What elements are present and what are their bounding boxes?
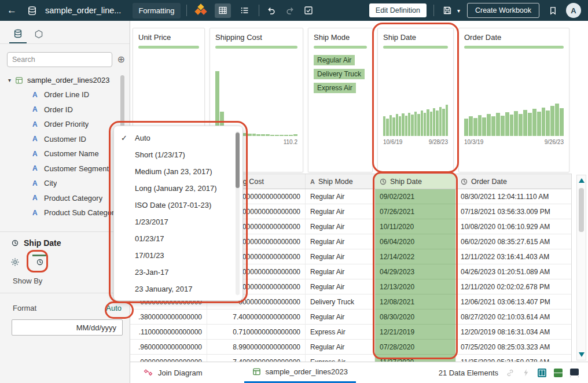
cell[interactable]: 12/14/2022 bbox=[375, 249, 456, 264]
scroll-down-icon[interactable] bbox=[579, 352, 585, 357]
tab-data-elements[interactable] bbox=[9, 25, 27, 43]
layout-footer-icon[interactable] bbox=[570, 369, 579, 377]
menu-item-iso-date-2017-01-23-[interactable]: ISO Date (2017-01-23) bbox=[114, 197, 242, 213]
cell[interactable]: Delivery Truck bbox=[306, 294, 375, 310]
add-element-icon[interactable]: ⊕ bbox=[117, 55, 125, 64]
scroll-up-icon[interactable] bbox=[579, 178, 585, 183]
cell[interactable]: 12/06/2021 03:06:13.407 PM bbox=[456, 294, 572, 310]
field-item-order-priority[interactable]: AOrder Priority bbox=[0, 117, 130, 132]
vertical-scrollbar[interactable] bbox=[576, 175, 586, 360]
menu-item-auto[interactable]: ✓Auto bbox=[114, 130, 242, 146]
cell[interactable]: .9600000000000000 bbox=[130, 340, 207, 355]
cell[interactable]: Express Air bbox=[306, 355, 375, 362]
dataset-tab[interactable]: sample_order_lines2023 bbox=[244, 362, 356, 383]
cell[interactable]: 12/13/2020 bbox=[375, 279, 456, 294]
column-card-ship-mode[interactable]: Ship ModeRegular AirDelivery TruckExpres… bbox=[308, 28, 373, 172]
cell[interactable]: 09/02/2021 bbox=[375, 189, 456, 204]
cell[interactable]: .1100000000000000 bbox=[130, 325, 207, 340]
join-diagram-button[interactable]: Join Diagram bbox=[137, 362, 208, 383]
column-card-ship-date[interactable]: Ship Date10/6/199/28/23 bbox=[377, 28, 454, 172]
field-item-product-sub-categor[interactable]: AProduct Sub Categor bbox=[0, 205, 130, 220]
field-item-order-line-id[interactable]: AOrder Line ID bbox=[0, 87, 130, 102]
cell[interactable]: .3800000000000000 bbox=[130, 310, 207, 325]
save-icon[interactable] bbox=[441, 4, 454, 17]
cell[interactable]: 12/11/2020 02:02:02.678 PM bbox=[456, 279, 572, 294]
create-workbook-button[interactable]: Create Workbook bbox=[467, 3, 539, 18]
dataset-tree-root[interactable]: ▾ sample_order_lines2023 bbox=[0, 71, 130, 87]
grid-view-icon[interactable] bbox=[215, 3, 231, 18]
field-item-product-category[interactable]: AProduct Category bbox=[0, 191, 130, 206]
date-format-tab[interactable] bbox=[32, 255, 47, 266]
menu-item-01-23-17[interactable]: 01/23/17 bbox=[114, 230, 242, 247]
field-item-customer-id[interactable]: ACustomer ID bbox=[0, 132, 130, 147]
gear-icon[interactable] bbox=[10, 255, 20, 267]
cell[interactable]: 07/28/2020 bbox=[375, 340, 456, 355]
cell[interactable]: 06/02/2020 08:35:27.615 AM bbox=[456, 234, 572, 249]
cell[interactable]: Regular Air bbox=[306, 340, 375, 355]
field-item-order-id[interactable]: AOrder ID bbox=[0, 102, 130, 117]
cell[interactable]: Regular Air bbox=[306, 204, 375, 219]
cell[interactable]: Regular Air bbox=[306, 234, 375, 249]
cell[interactable]: 11/27/2020 bbox=[375, 355, 456, 362]
field-item-city[interactable]: ACity bbox=[0, 176, 130, 191]
column-header-ship-mode[interactable]: AShip Mode bbox=[306, 174, 375, 189]
cell[interactable]: 7.4000000000000000 bbox=[207, 310, 306, 325]
cell[interactable]: 04/26/2023 01:20:51.089 AM bbox=[456, 264, 572, 279]
menu-item-medium-jan-23-2017-[interactable]: Medium (Jan 23, 2017) bbox=[114, 163, 242, 180]
save-dropdown-caret-icon[interactable]: ▾ bbox=[457, 8, 460, 14]
column-header-order-date[interactable]: Order Date bbox=[456, 174, 572, 189]
cell[interactable]: 07/25/2020 08:25:03.323 AM bbox=[456, 340, 572, 355]
cell[interactable]: 07/26/2021 bbox=[375, 204, 456, 219]
formatting-menu[interactable]: Formatting bbox=[133, 3, 180, 19]
undo-icon[interactable] bbox=[265, 4, 278, 17]
cell[interactable]: 0.7100000000000000 bbox=[207, 325, 306, 340]
diagram-view-icon[interactable] bbox=[193, 3, 209, 18]
avatar[interactable]: A bbox=[566, 3, 581, 18]
scrollbar-thumb[interactable] bbox=[579, 188, 584, 232]
cell[interactable]: 07/18/2021 03:56:33.009 PM bbox=[456, 204, 572, 219]
menu-item-23-january-2017[interactable]: 23 January, 2017 bbox=[114, 281, 242, 297]
column-header-ship-date[interactable]: Ship Date bbox=[375, 174, 456, 189]
redo-icon[interactable] bbox=[284, 4, 296, 17]
cell[interactable]: 10/11/2020 bbox=[375, 219, 456, 234]
search-input[interactable] bbox=[7, 52, 112, 67]
cell[interactable]: 12/21/2019 bbox=[375, 325, 456, 340]
format-auto-link[interactable]: Auto bbox=[106, 304, 122, 312]
format-pattern-field[interactable]: MM/dd/yyyy bbox=[12, 319, 123, 336]
menu-item-long-january-23-2017-[interactable]: Long (January 23, 2017) bbox=[114, 180, 242, 197]
cell[interactable]: 08/30/2021 12:04:11.110 AM bbox=[456, 189, 572, 204]
cell[interactable]: Regular Air bbox=[306, 189, 375, 204]
cell[interactable]: 11/25/2020 05:21:50.078 AM bbox=[456, 355, 572, 362]
cell[interactable]: 04/29/2023 bbox=[375, 264, 456, 279]
cell[interactable]: 12/08/2021 bbox=[375, 294, 456, 310]
column-card-order-date[interactable]: Order Date10/3/199/26/23 bbox=[458, 28, 569, 172]
field-item-customer-name[interactable]: ACustomer Name bbox=[0, 146, 130, 161]
cell[interactable]: 06/04/2020 bbox=[375, 234, 456, 249]
menu-scrollbar-thumb[interactable] bbox=[236, 132, 240, 188]
menu-item-17-01-23[interactable]: 17/01/23 bbox=[114, 247, 242, 264]
tab-data-preparation[interactable] bbox=[30, 25, 47, 43]
field-item-customer-segment[interactable]: ACustomer Segment bbox=[0, 161, 130, 176]
menu-item-short-1-23-17-[interactable]: Short (1/23/17) bbox=[114, 146, 242, 163]
layout-split-icon[interactable] bbox=[538, 369, 546, 377]
cell[interactable]: 0000000000000000 bbox=[130, 355, 207, 362]
layout-rows-icon[interactable] bbox=[554, 369, 563, 377]
cell[interactable]: Regular Air bbox=[306, 249, 375, 264]
cell[interactable]: Regular Air bbox=[306, 264, 375, 279]
inspect-icon[interactable] bbox=[302, 4, 315, 17]
menu-item-23-jan-17[interactable]: 23-Jan-17 bbox=[114, 264, 242, 281]
cell[interactable]: 8.9900000000000000 bbox=[207, 340, 306, 355]
bookmark-icon[interactable] bbox=[546, 4, 559, 17]
cell[interactable]: 08/30/2020 bbox=[375, 310, 456, 325]
back-icon[interactable]: ← bbox=[7, 5, 20, 16]
cell[interactable]: 12/20/2019 08:16:31.034 AM bbox=[456, 325, 572, 340]
cell[interactable]: 7.4000000000000000 bbox=[207, 355, 306, 362]
cell[interactable]: Regular Air bbox=[306, 310, 375, 325]
cell[interactable]: 10/08/2020 01:06:10.929 AM bbox=[456, 219, 572, 234]
list-view-icon[interactable] bbox=[237, 3, 253, 18]
edit-definition-button[interactable]: Edit Definition bbox=[369, 3, 427, 17]
cell[interactable]: Express Air bbox=[306, 325, 375, 340]
menu-item-1-23-2017[interactable]: 1/23/2017 bbox=[114, 213, 242, 230]
cell[interactable]: Regular Air bbox=[306, 219, 375, 234]
cell[interactable]: 12/11/2022 03:16:41.403 AM bbox=[456, 249, 572, 264]
